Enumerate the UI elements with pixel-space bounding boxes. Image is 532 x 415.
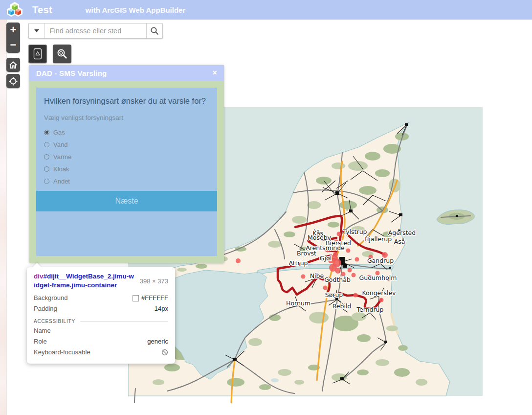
search-widget — [28, 23, 163, 39]
map-marker — [333, 252, 338, 257]
zoom-in-button[interactable]: + — [6, 23, 20, 38]
a11y-role-row: Role generic — [34, 336, 168, 347]
map-marker — [236, 258, 241, 263]
search-button[interactable] — [146, 23, 162, 38]
map-town-label: Hornum — [286, 300, 310, 307]
radio-icon[interactable] — [44, 154, 49, 160]
map-town-label: Agersted — [388, 229, 416, 236]
zoom-control: + − — [6, 23, 20, 53]
radio-icon[interactable] — [44, 142, 49, 147]
map-marker — [352, 273, 356, 277]
map-marker — [337, 232, 341, 236]
locate-button[interactable] — [6, 74, 20, 88]
map-town-label: Attrup — [288, 259, 308, 267]
color-swatch — [133, 295, 139, 301]
radio-option-kloak[interactable]: Kloak — [44, 163, 209, 175]
tooltip-notch — [32, 263, 41, 272]
widget-question: Hvilken forsyningsart ønsker du at varsl… — [44, 95, 209, 106]
sms-varsling-widget: DAD - SMS Varsling × Hvilken forsyningsa… — [29, 65, 224, 263]
map-marker — [354, 293, 358, 298]
map-town-label: Nibe — [310, 272, 324, 279]
widget-form: Hvilken forsyningsart ønsker du at varsl… — [36, 88, 217, 256]
widget-title: DAD - SMS Varsling — [36, 69, 212, 77]
close-icon[interactable]: × — [212, 69, 217, 77]
map-town-label: Aså — [394, 238, 405, 245]
widget-body: Hvilken forsyningsart ønsker du at varsl… — [29, 81, 224, 263]
radio-option-varme[interactable]: Varme — [44, 151, 209, 163]
map-marker — [323, 286, 328, 290]
radio-option-gas[interactable]: Gas — [44, 126, 209, 138]
map-town-label: Hjallerup — [364, 235, 392, 243]
map-marker — [335, 268, 341, 274]
a11y-name-row: Name — [34, 325, 168, 336]
accessibility-section-header: ACCESSIBILITY — [34, 319, 168, 324]
radio-icon[interactable] — [44, 130, 49, 135]
map-town-label: Godthåb — [324, 276, 351, 283]
map-tile-edge — [0, 20, 7, 415]
next-button[interactable]: Næste — [36, 191, 217, 211]
map-marker — [379, 298, 384, 302]
chevron-down-icon — [34, 29, 39, 32]
app-title: Test — [32, 4, 52, 16]
supply-type-radio-group: Gas Vand Varme Kloak Andet — [44, 126, 209, 187]
home-icon — [9, 61, 17, 69]
search-sources-button[interactable] — [29, 23, 45, 38]
radio-icon[interactable] — [44, 166, 49, 172]
map-marker — [346, 249, 351, 253]
locate-icon — [9, 77, 18, 86]
a11y-keyboard-row: Keyboard-focusable — [34, 347, 168, 358]
devtools-inspect-tooltip: div#dijit__WidgetBase_2.jimu-widget-fram… — [27, 267, 175, 364]
map-town-label: Gandrup — [367, 257, 394, 264]
map-marker — [355, 257, 359, 262]
query-widget-button[interactable] — [53, 45, 71, 63]
sms-widget-toggle-button[interactable] — [28, 45, 47, 63]
home-button[interactable] — [6, 58, 20, 72]
map-town-label: Brovst — [297, 250, 316, 257]
zoom-out-button[interactable]: − — [6, 38, 20, 53]
map-marker — [301, 275, 306, 279]
query-search-icon — [56, 47, 68, 60]
map-town-label: Sørup — [325, 291, 343, 299]
not-allowed-icon — [161, 349, 168, 356]
map-town-label: Rebild — [332, 302, 352, 310]
widget-header[interactable]: DAD - SMS Varsling × — [29, 65, 224, 81]
radio-icon[interactable] — [44, 179, 49, 184]
element-dimensions: 398 × 373 — [140, 277, 168, 285]
map-town-label: Kongerslev — [362, 289, 397, 297]
map-town-label: Gjøl — [320, 254, 332, 262]
map-town-label: Terndrup — [356, 306, 384, 313]
padding-row: Padding 14px — [34, 303, 168, 314]
background-row: Background #FFFFFF — [34, 293, 168, 303]
search-input[interactable] — [45, 23, 146, 38]
radio-option-andet[interactable]: Andet — [44, 175, 209, 187]
search-icon — [150, 26, 159, 35]
map-marker — [348, 268, 352, 273]
radio-option-vand[interactable]: Vand — [44, 138, 209, 151]
app-subtitle: with ArcGIS Web AppBuilder — [86, 6, 185, 14]
sms-alert-icon — [32, 47, 44, 60]
map-town-label: Gudumholm — [359, 274, 397, 281]
app-window: { "header": { "title": "Test", "subtitle… — [0, 0, 532, 415]
app-logo-icon — [6, 1, 23, 19]
inspected-element-selector: div#dijit__WidgetBase_2.jimu-widget-fram… — [34, 272, 135, 290]
map-town-label: Tylstrup — [343, 228, 367, 235]
app-header: Test with ArcGIS Web AppBuilder — [0, 0, 532, 20]
widget-hint: Vælg venligst forsyningsart — [44, 114, 209, 121]
